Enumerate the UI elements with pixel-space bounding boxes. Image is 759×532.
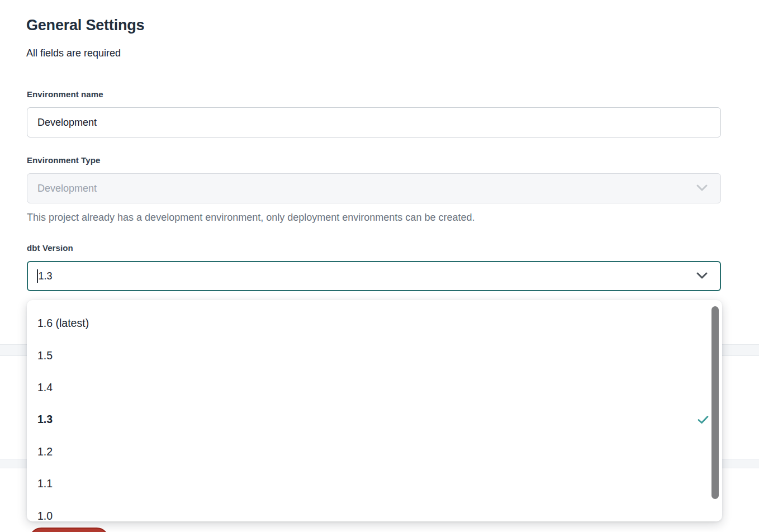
dropdown-option-label: 1.2 xyxy=(37,445,53,458)
chevron-down-icon xyxy=(696,183,708,194)
dropdown-option-label: 1.0 xyxy=(37,510,53,521)
chevron-down-icon[interactable] xyxy=(696,270,708,282)
dropdown-option-1.1[interactable]: 1.1 xyxy=(27,468,722,500)
dbt-version-value: 1.3 xyxy=(39,270,53,282)
dropdown-scrollbar[interactable] xyxy=(711,306,719,499)
dropdown-option-1.6[interactable]: 1.6 (latest) xyxy=(27,307,722,339)
page-subtitle: All fields are required xyxy=(26,48,121,59)
environment-type-helper-text: This project already has a development e… xyxy=(27,212,475,224)
dbt-version-combobox[interactable]: 1.3 xyxy=(27,261,721,291)
environment-name-input[interactable] xyxy=(27,107,721,137)
dropdown-option-label: 1.4 xyxy=(37,381,53,394)
text-caret xyxy=(37,269,38,283)
dropdown-option-label: 1.6 (latest) xyxy=(37,317,89,330)
dropdown-option-1.3[interactable]: 1.3 xyxy=(27,403,722,435)
check-icon xyxy=(698,415,709,424)
dropdown-option-1.4[interactable]: 1.4 xyxy=(27,372,722,403)
dropdown-option-1.2[interactable]: 1.2 xyxy=(27,436,722,468)
environment-type-value: Development xyxy=(37,183,97,194)
dropdown-option-label: 1.5 xyxy=(37,349,53,362)
dropdown-option-label: 1.1 xyxy=(37,477,53,490)
dbt-version-dropdown-list: 1.6 (latest)1.51.41.31.21.11.0 xyxy=(27,300,722,521)
danger-button[interactable] xyxy=(29,528,109,532)
dbt-version-label: dbt Version xyxy=(27,243,73,253)
dropdown-option-1.0[interactable]: 1.0 xyxy=(27,500,722,521)
environment-name-label: Environment name xyxy=(27,89,103,99)
environment-type-label: Environment Type xyxy=(27,155,100,165)
dropdown-option-label: 1.3 xyxy=(37,413,53,426)
environment-type-select: Development xyxy=(27,173,721,203)
dropdown-option-1.5[interactable]: 1.5 xyxy=(27,339,722,371)
page-title: General Settings xyxy=(26,17,144,34)
